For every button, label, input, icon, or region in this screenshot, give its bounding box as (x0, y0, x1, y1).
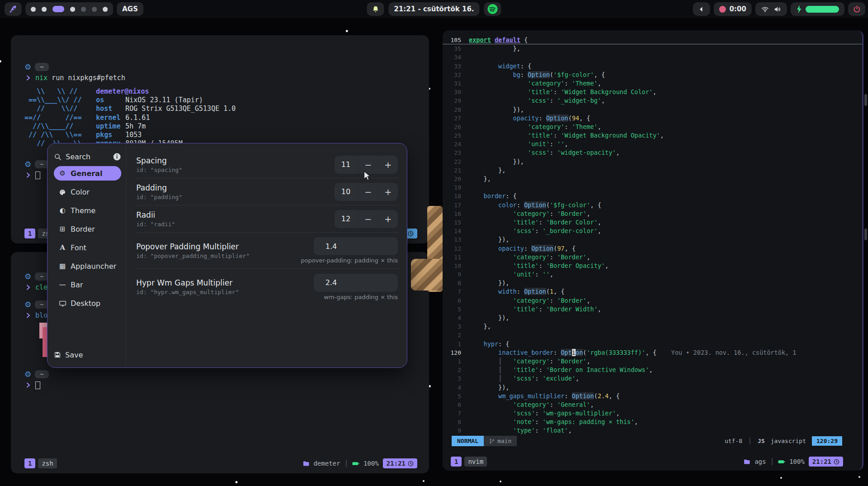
line-number: 1 (443, 357, 469, 366)
workspace-3[interactable] (52, 6, 64, 12)
line-number: 4 (443, 383, 469, 392)
setting-title: Spacing (136, 156, 182, 165)
rocket-icon (9, 5, 17, 13)
code-line: 30 'title': 'Widget Background Color', (443, 88, 862, 96)
sidebar-item-border[interactable]: ⊞Border (54, 220, 121, 238)
search-icon (54, 153, 62, 161)
line-number: 16 (443, 210, 469, 218)
workspace-5[interactable] (81, 7, 86, 12)
vim-mode-indicator: NORMAL (452, 436, 484, 446)
line-number: 2 (443, 366, 469, 374)
terminal-cursor (35, 172, 40, 179)
line-number: 10 (443, 262, 469, 270)
editor-window[interactable]: 105export default {35 },3433 widget: {32… (443, 30, 863, 471)
stepper-value[interactable]: 10 (334, 183, 358, 201)
workspace-4[interactable] (70, 7, 75, 12)
pfetch-output: \\ \\ // ==\\___\\/ // // \\// ==// //==… (24, 87, 417, 148)
code-line: 17 color: Option('$fg-color', { (443, 201, 862, 210)
workspace-2[interactable] (42, 7, 47, 12)
sidebar-item-theme[interactable]: ◐Theme (54, 201, 121, 220)
code-line: 9 'type': 'float', (443, 426, 862, 435)
branch-icon (489, 438, 495, 444)
stepper-decrement-button[interactable]: − (358, 183, 378, 201)
save-button[interactable]: Save (54, 348, 121, 361)
stepper-value[interactable]: 11 (334, 156, 358, 174)
sidebar-item-font[interactable]: AFont (54, 238, 121, 257)
sidebar-item-desktop[interactable]: Desktop (54, 294, 121, 313)
tmux-battery: 100% (789, 458, 805, 465)
stepper-increment-button[interactable]: + (378, 210, 398, 228)
power-icon (853, 5, 861, 14)
stepper: 12−+ (334, 210, 398, 228)
value-input[interactable]: 2.4 (314, 274, 398, 292)
code-line: 24 'unit': '', (443, 140, 862, 148)
info-icon[interactable] (113, 152, 121, 161)
launcher-button[interactable] (5, 2, 22, 16)
code-line: 5 wm_gaps_multiplier: Option(2.4, { (443, 392, 862, 400)
sidebar-item-bar[interactable]: —Bar (54, 276, 121, 294)
power-button[interactable] (848, 2, 865, 16)
sidebar-item-label: Theme (71, 206, 95, 215)
line-number: 8 (443, 418, 469, 426)
workspace-6[interactable] (92, 7, 97, 12)
clock-button[interactable]: 21:21 - csütörtök 16. (388, 2, 479, 16)
code-line: 1 hypr: { (443, 340, 862, 348)
pfetch-row: kernel6.1.61 (96, 114, 236, 122)
sidebar-item-search[interactable]: Search (54, 149, 121, 164)
wifi-icon (761, 5, 769, 13)
stepper-increment-button[interactable]: + (378, 156, 398, 174)
code-line: 5 'title': 'Border Width', (443, 305, 862, 314)
value-input[interactable]: 1.4 (314, 237, 398, 255)
tmux-window-index[interactable]: 1 (451, 457, 462, 467)
sidebar-item-label: General (71, 169, 102, 178)
sidebar-item-color[interactable]: Color (54, 183, 121, 201)
line-number: 13 (443, 235, 469, 244)
stepper-increment-button[interactable]: + (378, 183, 398, 201)
sidebar-item-label: Border (71, 225, 95, 233)
empty-prompt[interactable] (25, 381, 417, 390)
network-audio-button[interactable] (755, 2, 787, 16)
prompt-chevron-icon (25, 75, 31, 81)
tmux-window-name[interactable]: nvim (464, 457, 487, 467)
pfetch-row: pkgs1053 (96, 131, 236, 139)
sidebar-item-general[interactable]: ⚙General (54, 166, 121, 181)
workspace-1[interactable] (31, 7, 36, 12)
code-line: 7 width: Option(1, { (443, 287, 862, 296)
line-number: 3 (443, 322, 469, 331)
battery-icon (352, 461, 359, 466)
gear-prompt-icon: ⚙ (24, 272, 31, 281)
editor-code-area[interactable]: 105export default {35 },3433 widget: {32… (443, 36, 862, 435)
tmux-window-index[interactable]: 1 (24, 458, 35, 468)
recorder-button[interactable]: 0:00 (714, 2, 752, 16)
code-line: 22 }), (443, 157, 862, 166)
tmux-status-bar: 1 nvim ags │ 100% 21:21 (443, 456, 862, 467)
file-encoding: utf-8 (725, 438, 742, 444)
setting-row-padding: Paddingid: "padding"10−+ (135, 178, 399, 205)
media-button[interactable] (484, 2, 501, 16)
prompt-chevron-icon (25, 312, 31, 319)
sidebar-item-applauncher[interactable]: ▦Applauncher (54, 257, 121, 276)
save-label: Save (65, 351, 83, 359)
clock-icon (834, 459, 839, 465)
tmux-window-index[interactable]: 1 (24, 229, 35, 238)
shell-prompt: ⚙ ~ (24, 369, 417, 380)
workspace-7[interactable] (103, 7, 108, 12)
sidebar-item-label: Search (66, 152, 91, 161)
battery-indicator[interactable] (791, 2, 844, 16)
collapse-button[interactable] (693, 2, 710, 16)
tmux-window-name[interactable]: zsh (38, 458, 57, 468)
clock-icon (408, 231, 414, 237)
code-line: 14 'scss': '_border-color', (443, 227, 862, 235)
active-app-title[interactable]: AGS (117, 2, 143, 16)
stepper-decrement-button[interactable]: − (358, 210, 378, 228)
line-number: 20 (443, 175, 469, 183)
setting-id: id: "hypr.wm_gaps_multiplier" (136, 289, 239, 295)
setting-id: id: "radii" (136, 221, 175, 228)
sidebar-item-label: Applauncher (71, 262, 116, 271)
chevron-left-icon (698, 6, 704, 12)
notifications-button[interactable] (367, 2, 384, 16)
code-line: 10 'title': 'Border Opacity', (443, 262, 862, 270)
mouse-cursor (362, 171, 372, 183)
stepper-value[interactable]: 12 (334, 210, 358, 228)
setting-title: Radii (136, 210, 175, 219)
